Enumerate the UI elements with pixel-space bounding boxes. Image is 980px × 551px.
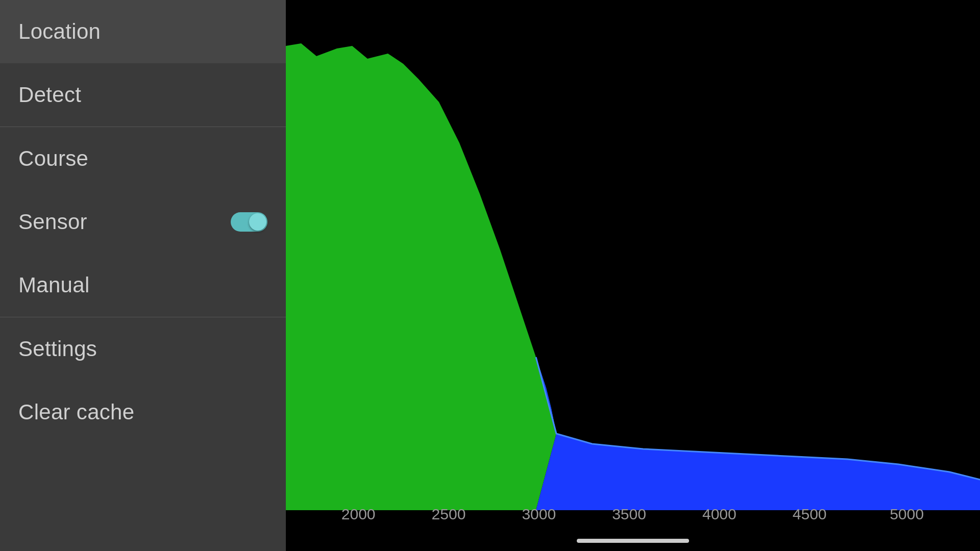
sensor-toggle[interactable] xyxy=(231,212,267,232)
scroll-indicator[interactable] xyxy=(577,539,689,543)
sidebar-label-location: Location xyxy=(18,19,101,44)
x-label-4500: 4500 xyxy=(793,506,827,523)
sidebar-item-sensor[interactable]: Sensor xyxy=(0,190,286,254)
chart-svg xyxy=(286,0,980,551)
sidebar-label-manual: Manual xyxy=(18,273,90,297)
x-label-2000: 2000 xyxy=(341,506,376,523)
x-label-4000: 4000 xyxy=(702,506,737,523)
sidebar: Location Detect Course Sensor Manual Set… xyxy=(0,0,286,551)
sidebar-item-manual[interactable]: Manual xyxy=(0,254,286,317)
green-chart-area xyxy=(286,43,556,510)
x-label-3000: 3000 xyxy=(522,506,556,523)
sidebar-item-course[interactable]: Course xyxy=(0,127,286,190)
sidebar-label-clear-cache: Clear cache xyxy=(18,400,134,424)
blue-chart-area xyxy=(536,357,980,510)
x-label-5000: 5000 xyxy=(890,506,924,523)
sidebar-label-detect: Detect xyxy=(18,83,81,107)
chart-area: 2000 2500 3000 3500 4000 4500 5000 xyxy=(286,0,980,551)
sidebar-item-location[interactable]: Location xyxy=(0,0,286,63)
app-layout: Location Detect Course Sensor Manual Set… xyxy=(0,0,980,551)
x-label-2500: 2500 xyxy=(432,506,466,523)
sidebar-label-settings: Settings xyxy=(18,337,97,361)
sidebar-label-sensor: Sensor xyxy=(18,210,87,234)
sidebar-item-settings[interactable]: Settings xyxy=(0,317,286,381)
toggle-thumb xyxy=(249,213,266,231)
sidebar-label-course: Course xyxy=(18,146,88,171)
sidebar-item-detect[interactable]: Detect xyxy=(0,63,286,127)
x-label-3500: 3500 xyxy=(612,506,646,523)
sidebar-item-clear-cache[interactable]: Clear cache xyxy=(0,381,286,444)
